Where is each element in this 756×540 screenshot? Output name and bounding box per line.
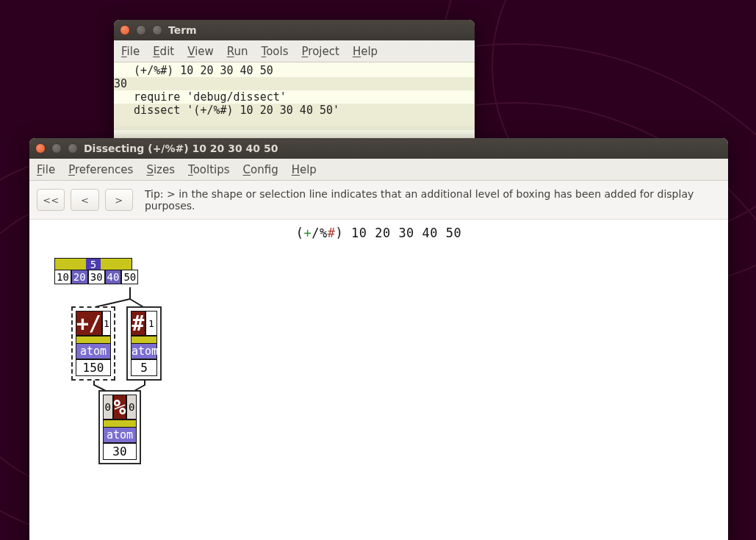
window-term: Term File Edit View Run Tools Project He… xyxy=(114,20,475,145)
term-output[interactable]: (+/%#) 10 20 30 40 50 30 require 'debug/… xyxy=(114,62,475,145)
menu-preferences[interactable]: Preferences xyxy=(68,163,133,176)
op-tally-icon: # xyxy=(131,311,145,336)
term-line: (+/%#) 10 20 30 40 50 xyxy=(114,64,273,77)
array-cell: 30 xyxy=(88,270,105,284)
node-value: 5 xyxy=(131,359,157,376)
menu-help[interactable]: Help xyxy=(292,163,317,176)
window-title: Term xyxy=(168,24,197,36)
maximize-icon[interactable] xyxy=(152,25,162,35)
tip-text: Tip: > in the shape or selection line in… xyxy=(145,188,721,212)
menu-sizes[interactable]: Sizes xyxy=(146,163,175,176)
node-sum[interactable]: +/ 1 atom 150 xyxy=(71,306,115,381)
term-line xyxy=(114,117,475,130)
term-line: require 'debug/dissect' xyxy=(114,90,287,104)
type-label: atom xyxy=(76,343,111,359)
array-cell: 40 xyxy=(105,270,122,284)
menu-tooltips[interactable]: Tooltips xyxy=(188,163,230,176)
node-input-array[interactable]: 5 10 20 30 40 50 xyxy=(54,258,138,284)
menu-config[interactable]: Config xyxy=(243,163,278,176)
left-rank: 0 xyxy=(103,395,113,420)
minimize-icon[interactable] xyxy=(51,143,62,154)
menu-tools[interactable]: Tools xyxy=(262,45,289,58)
close-icon[interactable] xyxy=(120,25,130,35)
titlebar-term[interactable]: Term xyxy=(114,20,475,40)
node-divide[interactable]: 0 % 0 atom 30 xyxy=(98,390,141,464)
array-cell: 10 xyxy=(54,270,71,284)
type-label: atom xyxy=(131,343,157,359)
array-length: 5 xyxy=(86,259,101,270)
close-icon[interactable] xyxy=(35,143,46,154)
menu-file[interactable]: File xyxy=(121,45,140,58)
maximize-icon[interactable] xyxy=(68,143,78,154)
expression-display: (+/%#) 10 20 30 40 50 xyxy=(29,220,728,242)
nav-next-button[interactable]: > xyxy=(105,189,133,211)
term-line: 30 xyxy=(114,77,475,90)
nav-prev-button[interactable]: < xyxy=(71,189,98,211)
menu-edit[interactable]: Edit xyxy=(153,45,174,58)
rank-label: 1 xyxy=(102,311,111,336)
array-cell: 50 xyxy=(121,270,138,284)
menu-view[interactable]: View xyxy=(187,45,214,58)
window-title: Dissecting (+/%#) 10 20 30 40 50 xyxy=(84,143,278,154)
node-value: 30 xyxy=(103,443,137,460)
array-cell: 20 xyxy=(71,270,88,284)
toolbar: << < > Tip: > in the shape or selection … xyxy=(29,181,728,220)
dissect-canvas: (+/%#) 10 20 30 40 50 5 10 20 30 40 50 xyxy=(29,220,728,540)
menu-help[interactable]: Help xyxy=(353,45,378,58)
menu-project[interactable]: Project xyxy=(302,45,339,58)
nav-first-button[interactable]: << xyxy=(37,189,65,211)
minimize-icon[interactable] xyxy=(136,25,146,35)
window-dissect: Dissecting (+/%#) 10 20 30 40 50 File Pr… xyxy=(29,138,728,540)
menubar-term: File Edit View Run Tools Project Help xyxy=(114,40,475,62)
op-divide-icon: % xyxy=(113,395,127,420)
node-value: 150 xyxy=(76,359,111,376)
rank-label: 1 xyxy=(145,311,157,336)
term-line: dissect '(+/%#) 10 20 30 40 50' xyxy=(114,104,475,117)
menu-run[interactable]: Run xyxy=(227,45,248,58)
right-rank: 0 xyxy=(126,395,137,420)
type-label: atom xyxy=(103,427,137,443)
node-tally[interactable]: # 1 atom 5 xyxy=(126,306,162,381)
op-sum-icon: +/ xyxy=(76,311,102,336)
titlebar-dissect[interactable]: Dissecting (+/%#) 10 20 30 40 50 xyxy=(29,138,728,159)
menubar-dissect: File Preferences Sizes Tooltips Config H… xyxy=(29,159,728,181)
menu-file[interactable]: File xyxy=(37,163,55,176)
